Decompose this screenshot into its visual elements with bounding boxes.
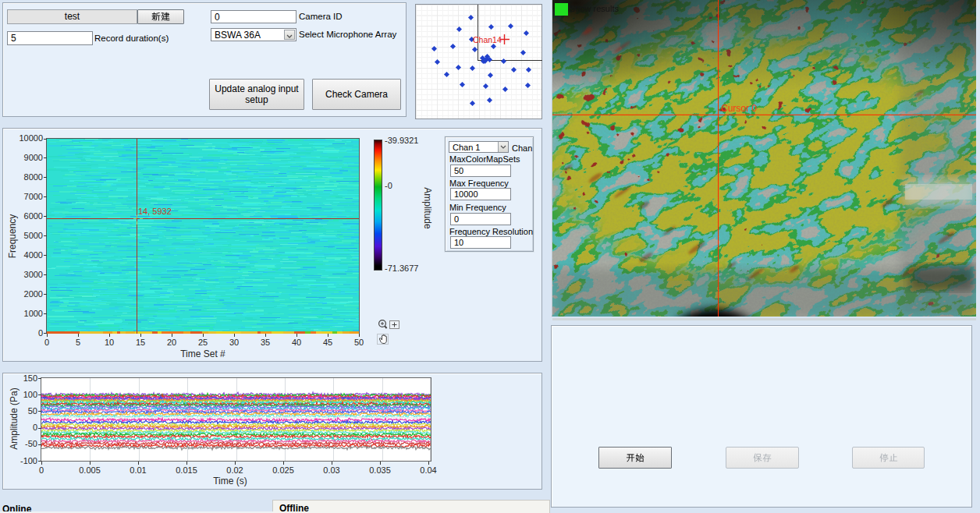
svg-text:Cursor 0: Cursor 0 bbox=[721, 103, 757, 114]
